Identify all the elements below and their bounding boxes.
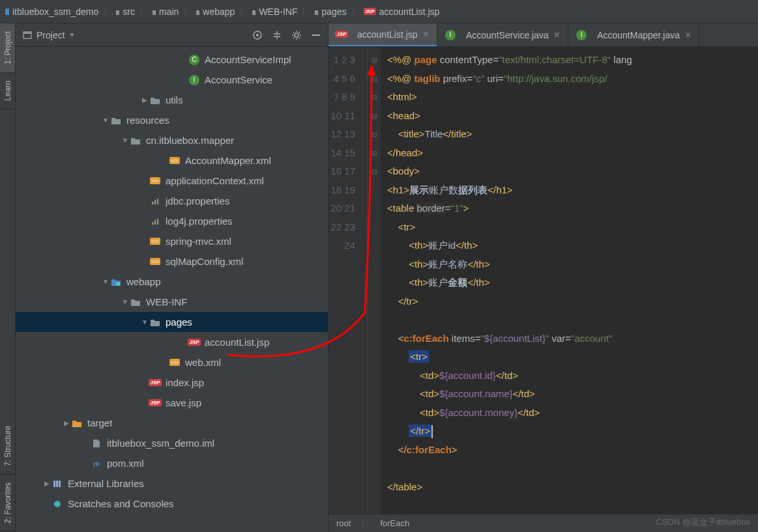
breadcrumb-item[interactable]: pages: [314, 7, 346, 17]
editor-tab-bar: JSPaccountList.jsp×IAccountService.java×…: [328, 23, 758, 47]
class-icon: C: [189, 55, 199, 65]
tree-node[interactable]: </>web.xml: [16, 352, 328, 372]
svg-rect-15: [59, 481, 61, 487]
tree-node[interactable]: ▼webapp: [16, 272, 328, 292]
close-icon[interactable]: ×: [554, 29, 560, 41]
close-icon[interactable]: ×: [685, 29, 691, 41]
tool-tab-1project[interactable]: 1: Project: [0, 23, 15, 73]
tree-node[interactable]: </>applicationContext.xml: [16, 171, 328, 191]
svg-rect-8: [157, 199, 158, 204]
chevron-right-icon: 〉: [351, 6, 360, 18]
jsp-icon: JSP: [336, 29, 347, 40]
breadcrumb-item[interactable]: WEB-INF: [252, 7, 297, 17]
breadcrumb-label: webapp: [203, 7, 235, 17]
tree-node[interactable]: Scratches and Consoles: [16, 494, 328, 514]
svg-point-5: [295, 33, 299, 37]
editor-crumb[interactable]: root: [336, 518, 351, 528]
gear-icon[interactable]: [291, 30, 302, 40]
xml-icon: </>: [150, 176, 160, 186]
tool-tab-2favorites[interactable]: 2: Favorites: [0, 475, 15, 532]
editor-area: JSPaccountList.jsp×IAccountService.java×…: [328, 23, 758, 532]
select-opened-icon[interactable]: [252, 30, 263, 40]
breadcrumb-label: accountList.jsp: [379, 7, 440, 17]
interface-icon: I: [445, 30, 456, 40]
panel-title-group[interactable]: Project ▼: [22, 30, 247, 40]
folder-icon: [150, 317, 160, 328]
chevron-right-icon: 〉: [239, 6, 248, 18]
tree-node[interactable]: ▼cn.itbluebox.mapper: [16, 130, 328, 150]
tree-node[interactable]: ▶utils: [16, 90, 328, 110]
tree-label: sqlMapConfig.xml: [166, 256, 243, 267]
editor-body[interactable]: 1 2 3 4 5 6 7 8 9 10 11 12 13 14 15 16 1…: [328, 47, 758, 514]
tree-toggle-icon[interactable]: ▼: [100, 117, 111, 124]
tree-node[interactable]: mpom.xml: [16, 453, 328, 473]
editor-tab[interactable]: JSPaccountList.jsp×: [328, 23, 437, 46]
editor-crumb[interactable]: forEach: [380, 518, 409, 528]
svg-point-12: [116, 282, 120, 286]
breadcrumb-item[interactable]: webapp: [196, 7, 235, 17]
tree-node[interactable]: ▼resources: [16, 110, 328, 130]
expand-all-icon[interactable]: [272, 30, 282, 40]
hide-icon[interactable]: [311, 30, 321, 40]
tree-node[interactable]: CAccountServiceImpl: [16, 49, 328, 70]
editor-tab[interactable]: IAccountMapper.java×: [568, 23, 699, 46]
tree-node[interactable]: ▶target: [16, 413, 328, 433]
folder-target-icon: [72, 418, 82, 428]
tree-node[interactable]: JSPindex.jsp: [16, 372, 328, 393]
tree-toggle-icon[interactable]: ▶: [42, 480, 52, 487]
breadcrumb-item[interactable]: src: [115, 7, 135, 17]
tree-toggle-icon[interactable]: ▶: [61, 419, 72, 427]
dropdown-icon: ▼: [69, 31, 76, 38]
tree-node[interactable]: JSPaccountList.jsp: [16, 332, 328, 352]
tree-node[interactable]: log4j.properties: [16, 211, 328, 231]
jsp-icon: JSP: [150, 378, 160, 388]
code-content[interactable]: <%@ page contentType="text/html;charset=…: [381, 47, 758, 514]
tree-label: itbluebox_ssm_demo.iml: [107, 438, 214, 449]
breadcrumb-item[interactable]: JSPaccountList.jsp: [364, 7, 440, 17]
svg-rect-11: [157, 219, 158, 225]
breadcrumb-item[interactable]: itbluebox_ssm_demo: [5, 7, 98, 17]
project-tree[interactable]: CAccountServiceImplIAccountService▶utils…: [16, 47, 328, 532]
panel-header: Project ▼: [16, 23, 328, 47]
tree-label: jdbc.properties: [166, 195, 229, 206]
editor-tab[interactable]: IAccountService.java×: [437, 23, 568, 46]
xml-icon: </>: [169, 357, 180, 368]
breadcrumb-label: main: [159, 7, 179, 17]
tree-label: accountList.jsp: [205, 337, 269, 348]
tree-node[interactable]: IAccountService: [16, 70, 328, 90]
tree-toggle-icon[interactable]: ▼: [100, 278, 111, 285]
scratch-icon: [52, 499, 63, 509]
tree-node[interactable]: </>AccountMapper.xml: [16, 150, 328, 171]
folder-icon: [150, 95, 160, 105]
tree-node[interactable]: JSPsave.jsp: [16, 393, 328, 413]
breadcrumb-item[interactable]: main: [152, 7, 179, 17]
tree-label: index.jsp: [166, 377, 204, 388]
tree-node[interactable]: itbluebox_ssm_demo.iml: [16, 433, 328, 453]
tool-tab-7structure[interactable]: 7: Structure: [0, 418, 15, 475]
tree-toggle-icon[interactable]: ▼: [139, 318, 150, 326]
fold-column: ⊟ ⊟ ⊟ ⊟ ⊟ ⊟ ⊟: [368, 47, 381, 514]
file-icon: [91, 438, 102, 449]
tree-toggle-icon[interactable]: ▶: [139, 96, 150, 104]
folder-icon: [196, 7, 199, 17]
tree-node[interactable]: jdbc.properties: [16, 191, 328, 211]
chevron-right-icon: 〉: [102, 6, 111, 18]
close-icon[interactable]: ×: [423, 29, 429, 40]
left-tool-strip: 1: ProjectLearn7: Structure2: Favorites: [0, 23, 16, 532]
tree-node[interactable]: ▼pages: [16, 312, 328, 332]
interface-icon: I: [189, 75, 199, 85]
tree-node[interactable]: </>spring-mvc.xml: [16, 231, 328, 251]
breadcrumb-label: pages: [321, 7, 346, 17]
tree-toggle-icon[interactable]: ▼: [120, 298, 130, 305]
xml-icon: </>: [169, 156, 180, 166]
tree-node[interactable]: ▼WEB-INF: [16, 292, 328, 312]
tree-toggle-icon[interactable]: ▼: [120, 137, 130, 144]
tool-tab-learn[interactable]: Learn: [0, 73, 15, 109]
panel-title: Project: [36, 30, 65, 40]
svg-rect-0: [5, 8, 9, 15]
tree-node[interactable]: </>sqlMapConfig.xml: [16, 251, 328, 272]
jsp-icon: JSP: [150, 398, 160, 408]
tree-node[interactable]: ▶External Libraries: [16, 473, 328, 494]
breadcrumb-label: WEB-INF: [259, 7, 297, 17]
tree-label: web.xml: [185, 357, 221, 368]
